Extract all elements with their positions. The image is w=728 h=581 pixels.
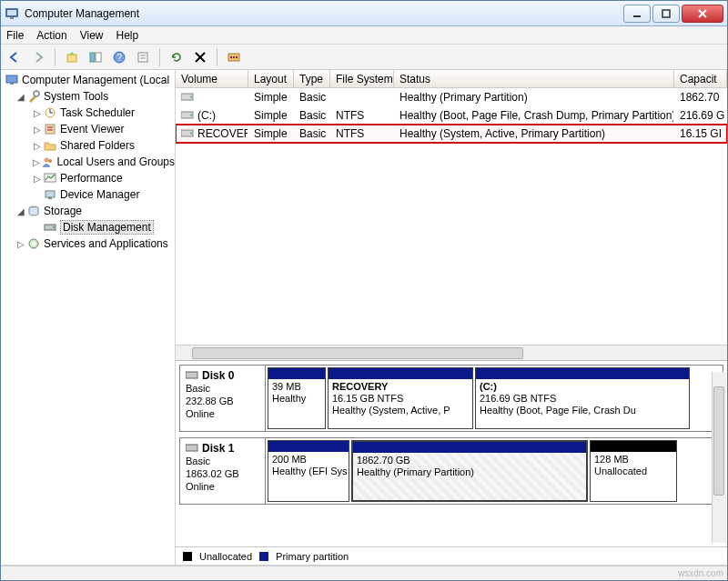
svg-rect-4 xyxy=(662,10,670,17)
show-hide-tree-button[interactable] xyxy=(86,47,106,67)
toolbar-separator xyxy=(159,48,160,66)
legend-unalloc-swatch xyxy=(183,552,192,561)
watermark: wsxdn.com xyxy=(678,568,723,578)
svg-text:?: ? xyxy=(116,53,122,63)
col-filesystem[interactable]: File System xyxy=(330,70,394,88)
folder-icon xyxy=(43,138,57,153)
menu-file[interactable]: File xyxy=(6,29,24,42)
svg-point-31 xyxy=(48,159,52,163)
partition[interactable]: RECOVERY16.15 GB NTFSHealthy (System, Ac… xyxy=(328,367,473,429)
statusbar xyxy=(1,566,727,581)
disk-info[interactable]: Disk 1Basic1863.02 GBOnline xyxy=(180,438,266,504)
scrollbar-thumb[interactable] xyxy=(192,347,523,359)
svg-rect-34 xyxy=(48,197,52,199)
window-title: Computer Management xyxy=(25,7,622,20)
expand-icon[interactable]: ▷ xyxy=(32,141,43,151)
col-status[interactable]: Status xyxy=(394,70,674,88)
tree-root[interactable]: Computer Management (Local xyxy=(1,72,175,88)
services-icon xyxy=(26,236,41,251)
scrollbar-thumb[interactable] xyxy=(713,386,724,496)
titlebar: Computer Management xyxy=(1,1,727,26)
properties-button[interactable] xyxy=(133,47,153,67)
svg-point-37 xyxy=(53,226,55,228)
svg-rect-1 xyxy=(7,10,16,15)
partition[interactable]: 1862.70 GBHealthy (Primary Partition) xyxy=(351,440,588,502)
svg-rect-9 xyxy=(96,53,101,62)
expand-icon[interactable]: ▷ xyxy=(32,157,42,167)
expand-icon[interactable]: ▷ xyxy=(32,174,43,184)
partition[interactable]: 200 MBHealthy (EFI Sys xyxy=(268,440,349,502)
svg-rect-22 xyxy=(10,83,14,85)
navigation-tree[interactable]: Computer Management (Local ◢System Tools… xyxy=(1,70,176,565)
tree-event-viewer[interactable]: ▷Event Viewer xyxy=(1,121,175,137)
close-button[interactable] xyxy=(682,5,723,23)
svg-point-45 xyxy=(190,133,192,135)
app-icon xyxy=(5,6,19,21)
minimize-button[interactable] xyxy=(623,5,651,23)
table-row[interactable]: (C:)SimpleBasicNTFSHealthy (Boot, Page F… xyxy=(176,106,727,125)
partition[interactable]: 128 MBUnallocated xyxy=(590,440,677,502)
expand-icon[interactable]: ▷ xyxy=(32,108,43,118)
svg-point-18 xyxy=(230,56,232,58)
tree-local-users[interactable]: ▷Local Users and Groups xyxy=(1,154,175,170)
menubar: File Action View Help xyxy=(1,26,727,45)
forward-button[interactable] xyxy=(28,47,48,67)
table-row[interactable]: RECOVERYSimpleBasicNTFSHealthy (System, … xyxy=(176,125,727,143)
svg-rect-12 xyxy=(138,53,147,62)
volume-icon xyxy=(181,129,194,138)
disk-map: Disk 0Basic232.88 GBOnline39 MBHealthyRE… xyxy=(176,361,727,546)
table-row[interactable]: SimpleBasicHealthy (Primary Partition)18… xyxy=(176,88,727,106)
expand-icon[interactable]: ▷ xyxy=(15,239,26,249)
delete-button[interactable] xyxy=(190,47,210,67)
svg-point-19 xyxy=(233,56,235,58)
tree-disk-management[interactable]: Disk Management xyxy=(1,219,175,235)
legend: Unallocated Primary partition xyxy=(176,546,727,565)
expand-icon[interactable]: ▷ xyxy=(32,125,43,135)
vertical-scrollbar[interactable] xyxy=(712,372,726,543)
tree-performance[interactable]: ▷Performance xyxy=(1,170,175,186)
svg-rect-21 xyxy=(6,75,17,83)
col-capacity[interactable]: Capacit xyxy=(674,70,727,88)
clock-icon xyxy=(43,105,57,120)
menu-help[interactable]: Help xyxy=(116,29,139,42)
menu-view[interactable]: View xyxy=(80,29,104,42)
svg-point-30 xyxy=(44,158,48,163)
help-button[interactable]: ? xyxy=(109,47,129,67)
disk-info[interactable]: Disk 0Basic232.88 GBOnline xyxy=(180,366,266,431)
grid-body[interactable]: SimpleBasicHealthy (Primary Partition)18… xyxy=(176,88,727,345)
computer-icon xyxy=(5,73,19,87)
svg-rect-8 xyxy=(90,53,95,62)
partition[interactable]: (C:)216.69 GB NTFSHealthy (Boot, Page Fi… xyxy=(475,367,690,429)
tree-services[interactable]: ▷Services and Applications xyxy=(1,235,175,252)
disk-icon xyxy=(43,220,57,235)
svg-point-39 xyxy=(32,242,35,245)
menu-action[interactable]: Action xyxy=(36,29,66,42)
tree-system-tools[interactable]: ◢System Tools xyxy=(1,88,175,105)
settings-button[interactable] xyxy=(224,47,244,67)
horizontal-scrollbar[interactable] xyxy=(176,345,727,360)
svg-rect-46 xyxy=(186,372,197,378)
back-button[interactable] xyxy=(5,47,25,67)
partition[interactable]: 39 MBHealthy xyxy=(268,367,326,429)
tree-shared-folders[interactable]: ▷Shared Folders xyxy=(1,137,175,154)
svg-point-43 xyxy=(190,115,192,116)
main-area: Computer Management (Local ◢System Tools… xyxy=(1,70,727,566)
svg-rect-7 xyxy=(67,55,76,62)
col-layout[interactable]: Layout xyxy=(248,70,294,88)
users-icon xyxy=(42,155,55,169)
up-button[interactable] xyxy=(62,47,82,67)
disk-icon xyxy=(186,370,198,381)
tree-storage[interactable]: ◢Storage xyxy=(1,203,175,219)
volume-icon xyxy=(181,111,194,120)
maximize-button[interactable] xyxy=(652,5,680,23)
tree-device-manager[interactable]: Device Manager xyxy=(1,186,175,203)
col-volume[interactable]: Volume xyxy=(176,70,248,88)
collapse-icon[interactable]: ◢ xyxy=(15,206,26,216)
collapse-icon[interactable]: ◢ xyxy=(15,92,26,102)
performance-icon xyxy=(43,171,57,185)
legend-primary-label: Primary partition xyxy=(276,551,349,562)
tree-task-scheduler[interactable]: ▷Task Scheduler xyxy=(1,105,175,121)
col-type[interactable]: Type xyxy=(294,70,330,88)
refresh-button[interactable] xyxy=(167,47,187,67)
storage-icon xyxy=(26,204,41,218)
